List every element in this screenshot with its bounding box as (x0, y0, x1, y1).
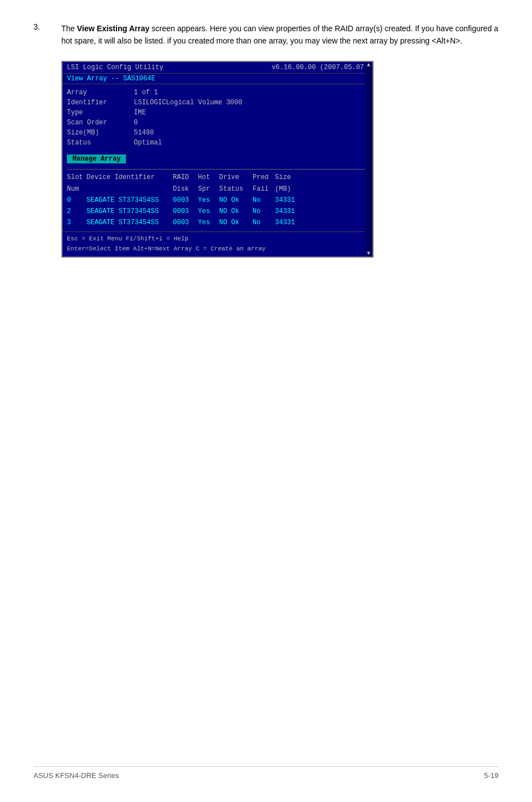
bios-scrollbar[interactable]: ▲ ▼ (365, 62, 373, 257)
row1-raid: 0003 (173, 206, 198, 216)
bios-array-label: Array (67, 88, 134, 98)
bios-size-row: Size(MB) 51498 (67, 128, 368, 138)
row2-slot: 3 (67, 218, 86, 228)
col-status-header: Status (219, 185, 253, 194)
row1-size: 34331 (275, 206, 306, 216)
row0-pred: No (253, 195, 275, 205)
row2-raid: 0003 (173, 218, 198, 228)
step-bold-text: View Existing Array (77, 24, 149, 33)
page-container: 3. The View Existing Array screen appear… (0, 0, 532, 802)
bios-scan-label: Scan Order (67, 118, 134, 128)
bios-scan-row: Scan Order 0 (67, 118, 368, 128)
row2-device: SEAGATE ST373454SS (86, 218, 173, 228)
scroll-down-icon[interactable]: ▼ (367, 250, 370, 257)
bios-status-row: Status Optimal (67, 138, 368, 148)
bios-array-row: Array 1 of 1 (67, 88, 368, 98)
bios-screen: LSI Logic Config Utility v6.16.00.00 (20… (61, 61, 374, 258)
bios-status-value: Optimal (134, 138, 162, 148)
bios-body: Array 1 of 1 Identifier LSILOGICLogical … (62, 84, 373, 232)
bios-identifier-value: LSILOGICLogical Volume 3000 (134, 98, 242, 108)
bios-status-label: Status (67, 138, 134, 148)
table-header-row1: Slot Device Identifier RAID Hot Drive Pr… (67, 172, 368, 183)
col-spr-header: Spr (198, 185, 219, 194)
bios-subtitle-bar: View Array -- SAS1064E (62, 74, 373, 84)
col-device-header: Device Identifier (86, 173, 173, 182)
step-3-section: 3. The View Existing Array screen appear… (33, 22, 499, 47)
bios-array-value: 1 of 1 (134, 88, 158, 98)
step-text-before-bold: The (61, 24, 77, 33)
table-row: 2 SEAGATE ST373454SS 0003 Yes NO Ok No 3… (67, 206, 368, 217)
row1-drive: NO Ok (219, 206, 253, 216)
col-raid-header: RAID (173, 173, 198, 182)
table-header-row2: Num Disk Spr Status Fail (MB) (67, 183, 368, 195)
row0-raid: 0003 (173, 195, 198, 205)
bios-identifier-row: Identifier LSILOGICLogical Volume 3000 (67, 98, 368, 108)
row1-hot: Yes (198, 206, 219, 216)
scroll-up-icon[interactable]: ▲ (367, 62, 370, 68)
bios-footer-line2: Enter=Select Item Alt+N=Next Array C = C… (67, 244, 368, 254)
col-mb-header: (MB) (275, 185, 306, 194)
bios-title-bar: LSI Logic Config Utility v6.16.00.00 (20… (62, 62, 373, 74)
row2-pred: No (253, 218, 275, 228)
manage-array-button[interactable]: Manage Array (67, 154, 126, 163)
col-size-header: Size (275, 173, 306, 182)
footer-left: ASUS KFSN4-DRE Series (33, 771, 119, 780)
bios-info-table: Array 1 of 1 Identifier LSILOGICLogical … (67, 88, 368, 148)
row2-size: 34331 (275, 218, 306, 228)
bios-title-left: LSI Logic Config Utility (67, 64, 163, 71)
bios-drive-table: Slot Device Identifier RAID Hot Drive Pr… (67, 172, 368, 229)
table-row: 3 SEAGATE ST373454SS 0003 Yes NO Ok No 3… (67, 217, 368, 228)
bios-footer-line1: Esc = Exit Menu F1/Shift+1 = Help (67, 234, 368, 244)
bios-type-row: Type IME (67, 108, 368, 118)
step-number: 3. (33, 22, 50, 47)
row0-drive: NO Ok (219, 195, 253, 205)
row1-slot: 2 (67, 206, 86, 216)
footer-right: 5-19 (484, 771, 499, 780)
col-num-header: Num (67, 185, 86, 194)
col-fail-header: Fail (253, 185, 275, 194)
bios-title-right: v6.16.00.00 (2007.05.07) (272, 64, 368, 71)
row1-device: SEAGATE ST373454SS (86, 206, 173, 216)
step-content: The View Existing Array screen appears. … (61, 22, 499, 47)
bios-scan-value: 0 (134, 118, 138, 128)
bios-size-value: 51498 (134, 128, 154, 138)
row0-hot: Yes (198, 195, 219, 205)
col-hot-header: Hot (198, 173, 219, 182)
table-row: 0 SEAGATE ST373454SS 0003 Yes NO Ok No 3… (67, 195, 368, 206)
col-slot-header: Slot (67, 173, 86, 182)
row0-slot: 0 (67, 195, 86, 205)
bios-footer: Esc = Exit Menu F1/Shift+1 = Help Enter=… (62, 231, 373, 256)
bios-divider (67, 169, 368, 170)
page-footer: ASUS KFSN4-DRE Series 5-19 (33, 766, 499, 780)
row2-hot: Yes (198, 218, 219, 228)
bios-subtitle: View Array -- SAS1064E (67, 75, 155, 83)
row1-pred: No (253, 206, 275, 216)
col-pred-header: Pred (253, 173, 275, 182)
row2-drive: NO Ok (219, 218, 253, 228)
col-disk-header: Disk (173, 185, 198, 194)
col-device-header2 (86, 185, 173, 194)
row0-size: 34331 (275, 195, 306, 205)
col-drive-header: Drive (219, 173, 253, 182)
bios-type-label: Type (67, 108, 134, 118)
bios-type-value: IME (134, 108, 146, 118)
bios-identifier-label: Identifier (67, 98, 134, 108)
row0-device: SEAGATE ST373454SS (86, 195, 173, 205)
bios-size-label: Size(MB) (67, 128, 134, 138)
